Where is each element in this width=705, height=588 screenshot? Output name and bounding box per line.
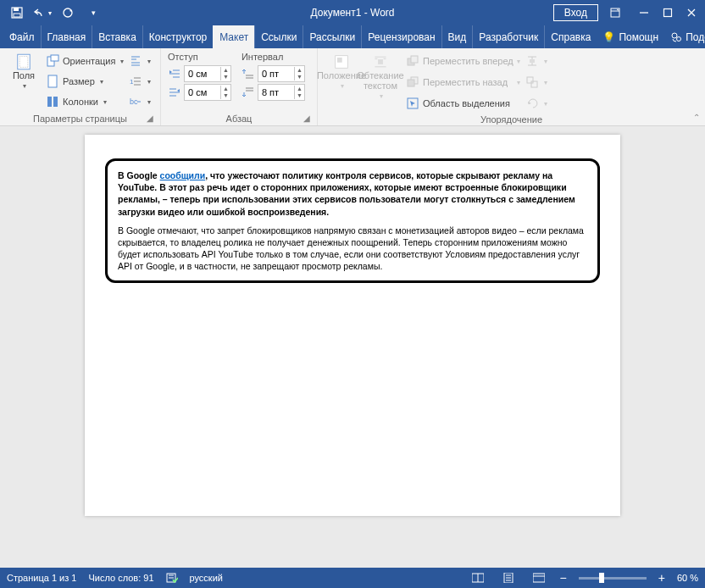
svg-rect-27 xyxy=(531,81,537,87)
svg-rect-23 xyxy=(408,80,414,86)
tab-references[interactable]: Ссылки xyxy=(254,25,303,48)
zoom-slider[interactable] xyxy=(579,577,647,580)
spacing-after-icon xyxy=(241,86,255,99)
spinner-down[interactable]: ▼ xyxy=(221,92,230,99)
redo-button[interactable] xyxy=(56,2,80,24)
view-web-layout[interactable] xyxy=(530,569,548,586)
bring-forward-button: Переместить вперед▾ xyxy=(406,52,520,70)
indent-right-input[interactable]: ▲▼ xyxy=(184,84,231,101)
svg-rect-1 xyxy=(14,8,19,11)
spinner-up[interactable]: ▲ xyxy=(295,86,304,92)
paragraph-dialog-launcher[interactable]: ◢ xyxy=(302,113,312,123)
share-icon xyxy=(670,31,682,43)
paragraph-caption: Абзац xyxy=(226,114,253,124)
qat-customize[interactable]: ▾ xyxy=(81,2,105,24)
tab-view[interactable]: Вид xyxy=(441,25,473,48)
spinner-up[interactable]: ▲ xyxy=(221,67,230,74)
tab-home[interactable]: Главная xyxy=(41,25,92,48)
line-numbers-button[interactable]: 1▾ xyxy=(129,72,151,91)
svg-rect-12 xyxy=(48,75,57,87)
tab-help[interactable]: Справка xyxy=(544,25,597,48)
view-print-layout[interactable] xyxy=(499,569,518,586)
margins-button[interactable]: Поля ▾ xyxy=(7,52,41,112)
svg-rect-31 xyxy=(533,574,545,582)
save-button[interactable] xyxy=(5,2,29,24)
page-setup-dialog-launcher[interactable]: ◢ xyxy=(145,113,155,123)
status-page[interactable]: Страница 1 из 1 xyxy=(7,573,76,583)
orientation-button[interactable]: Ориентация▾ xyxy=(46,52,124,70)
undo-button[interactable]: ▾ xyxy=(31,2,54,24)
page[interactable]: В Google сообщили, что ужесточают полити… xyxy=(85,135,620,516)
zoom-in-button[interactable]: + xyxy=(658,571,665,585)
view-read-mode[interactable] xyxy=(469,569,487,586)
close-button[interactable] xyxy=(680,2,703,24)
breaks-icon xyxy=(129,54,142,68)
svg-rect-2 xyxy=(14,14,20,17)
svg-rect-19 xyxy=(378,59,383,64)
svg-point-7 xyxy=(677,36,681,41)
hyphenation-button[interactable]: bc▾ xyxy=(129,92,151,111)
group-button: ▾ xyxy=(525,73,547,92)
link-reported[interactable]: сообщили xyxy=(160,170,206,180)
tab-mailings[interactable]: Рассылки xyxy=(303,25,361,48)
group-icon xyxy=(525,75,539,89)
document-area[interactable]: В Google сообщили, что ужесточают полити… xyxy=(0,126,705,568)
ribbon-display-options[interactable] xyxy=(603,2,627,24)
svg-rect-11 xyxy=(51,55,58,61)
svg-rect-18 xyxy=(337,58,342,63)
spinner-up[interactable]: ▲ xyxy=(221,86,230,92)
indent-left-icon xyxy=(168,67,181,80)
selection-pane-button[interactable]: Область выделения xyxy=(406,94,520,113)
spinner-down[interactable]: ▼ xyxy=(295,92,304,99)
tab-layout[interactable]: Макет xyxy=(213,25,254,48)
indent-left-input[interactable]: ▲▼ xyxy=(184,65,231,82)
tab-insert[interactable]: Вставка xyxy=(92,25,142,48)
send-backward-icon xyxy=(406,75,419,89)
svg-rect-26 xyxy=(527,77,533,83)
zoom-out-button[interactable]: − xyxy=(560,571,567,585)
rotate-icon xyxy=(525,97,539,110)
margins-icon xyxy=(17,55,31,69)
indent-right-icon xyxy=(168,86,181,99)
tab-review[interactable]: Рецензирован xyxy=(361,25,441,48)
spinner-up[interactable]: ▲ xyxy=(295,67,304,74)
align-icon xyxy=(525,54,539,68)
spinner-down[interactable]: ▼ xyxy=(221,74,230,80)
status-spellcheck[interactable] xyxy=(166,572,178,584)
window-title: Документ1 - Word xyxy=(310,7,394,19)
size-button[interactable]: Размер▾ xyxy=(46,72,124,91)
tab-design[interactable]: Конструктор xyxy=(142,25,213,48)
send-backward-button: Переместить назад▾ xyxy=(406,73,520,92)
zoom-slider-thumb[interactable] xyxy=(599,573,604,583)
minimize-button[interactable] xyxy=(632,2,656,24)
tab-file[interactable]: Файл xyxy=(3,25,41,48)
signin-button[interactable]: Вход xyxy=(553,4,598,21)
maximize-button[interactable] xyxy=(656,2,680,24)
lightbulb-icon: 💡 xyxy=(602,31,615,43)
columns-button[interactable]: Колонки▾ xyxy=(46,92,124,111)
svg-rect-21 xyxy=(411,56,418,63)
tab-developer[interactable]: Разработчик xyxy=(472,25,544,48)
text-box[interactable]: В Google сообщили, что ужесточают полити… xyxy=(105,158,600,283)
status-words[interactable]: Число слов: 91 xyxy=(88,573,153,583)
paragraph-2: В Google отмечают, что запрет блокировщи… xyxy=(118,225,587,273)
position-icon xyxy=(335,55,348,69)
svg-rect-5 xyxy=(664,9,672,17)
spacing-before-icon xyxy=(241,67,255,80)
share-button[interactable]: Поделиться xyxy=(664,25,705,48)
status-language[interactable]: русский xyxy=(190,573,223,583)
zoom-level[interactable]: 60 % xyxy=(677,573,698,583)
collapse-ribbon-button[interactable]: ⌃ xyxy=(693,113,700,122)
columns-icon xyxy=(46,95,59,108)
svg-rect-13 xyxy=(47,97,52,107)
size-icon xyxy=(46,75,59,88)
wrap-text-button: Обтекание текстом▾ xyxy=(364,52,397,113)
position-button: Положение▾ xyxy=(325,52,358,113)
spacing-label: Интервал xyxy=(241,52,305,62)
breaks-button[interactable]: ▾ xyxy=(129,52,151,70)
spacing-before-input[interactable]: ▲▼ xyxy=(258,65,305,82)
chevron-down-icon: ▾ xyxy=(23,82,26,90)
spinner-down[interactable]: ▼ xyxy=(295,74,304,80)
tell-me-button[interactable]: 💡Помощн xyxy=(597,25,664,48)
spacing-after-input[interactable]: ▲▼ xyxy=(258,84,305,101)
